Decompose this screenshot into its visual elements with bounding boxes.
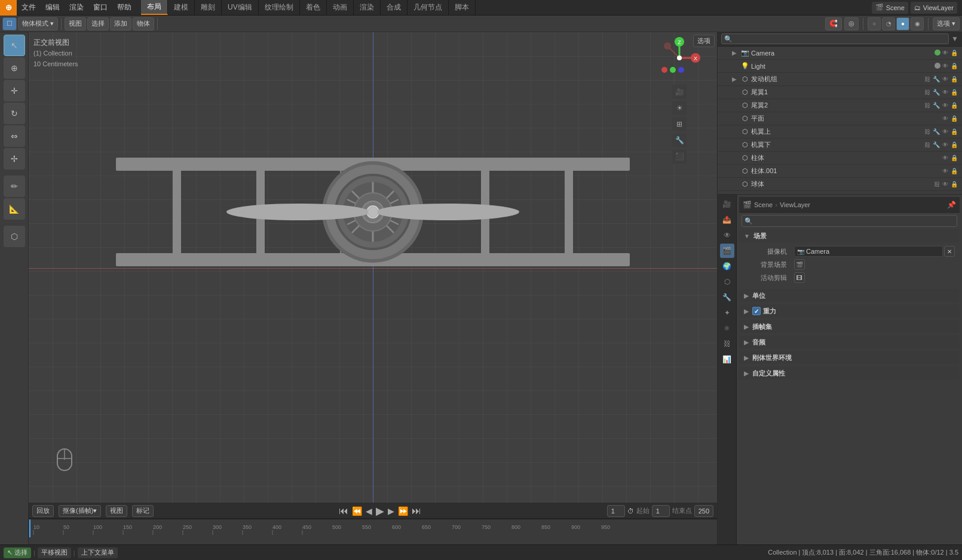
scene-selector[interactable]: 🎬 Scene xyxy=(872,2,908,14)
tool-rotate[interactable]: ↻ xyxy=(4,103,25,124)
viewlayer-selector[interactable]: 🗂 ViewLayer xyxy=(911,2,957,14)
tail2-lock[interactable]: 🔒 xyxy=(950,102,958,109)
wing-bottom-arrow[interactable]: ▶ xyxy=(732,141,739,148)
prop-interp-header[interactable]: ▶ 插帧集 xyxy=(739,320,960,333)
go-start-btn[interactable]: ⏮ xyxy=(339,506,348,516)
engine-expand-arrow[interactable]: ▶ xyxy=(732,76,739,82)
prop-data-icon[interactable]: 📊 xyxy=(720,352,734,367)
prev-keyframe-btn[interactable]: ◀ xyxy=(366,506,372,516)
prop-gravity-header[interactable]: ▶ ✓ 重力 xyxy=(739,304,960,318)
mode-badge[interactable]: ↖ 选择 xyxy=(4,547,31,558)
prev-frame-btn[interactable]: ⏪ xyxy=(352,506,362,516)
active-clip-icon-btn[interactable]: 🎞 xyxy=(794,272,805,283)
frame-start-field[interactable]: 1 xyxy=(652,505,670,517)
plane-lock[interactable]: 🔒 xyxy=(950,115,958,122)
sphere-visibility[interactable]: 👁 xyxy=(942,181,949,187)
outliner-search-input[interactable] xyxy=(721,33,949,44)
wing-top-arrow[interactable]: ▶ xyxy=(732,128,739,135)
snap-btn[interactable]: 🧲 xyxy=(825,17,842,30)
plane-expand-arrow[interactable]: ▶ xyxy=(732,115,739,122)
menu-render[interactable]: 渲染 xyxy=(65,0,88,15)
prop-scene-breadcrumb[interactable]: Scene xyxy=(754,201,773,208)
outliner-row-cylinder001[interactable]: ▶ ⬡ 柱体.001 👁 🔒 xyxy=(718,165,962,178)
prop-scene-icon[interactable]: 🎬 xyxy=(720,244,734,258)
prop-units-header[interactable]: ▶ 单位 xyxy=(739,289,960,302)
tool-move[interactable]: ✛ xyxy=(4,80,25,101)
timeline-view-btn[interactable]: 视图 xyxy=(106,505,127,517)
cylinder-visibility[interactable]: 👁 xyxy=(942,155,949,161)
wing-top-visibility[interactable]: 👁 xyxy=(942,128,949,135)
outliner-row-wing-top[interactable]: ▶ ⬡ 机翼上 ⛓ 🔧 👁 🔒 xyxy=(718,125,962,139)
tab-scripting[interactable]: 脚本 xyxy=(449,0,476,15)
prop-physics-icon[interactable]: ⚛ xyxy=(720,321,734,336)
proportional-btn[interactable]: ◎ xyxy=(844,17,859,30)
sphere-arrow[interactable]: ▶ xyxy=(732,181,739,187)
menu-file[interactable]: 文件 xyxy=(17,0,41,15)
prop-object-icon[interactable]: ⬡ xyxy=(720,275,734,289)
tab-sculpt[interactable]: 雕刻 xyxy=(195,0,222,15)
timeline-ruler[interactable]: 10 50 100 150 200 250 300 350 400 450 50… xyxy=(29,519,717,544)
engine-visibility[interactable]: 👁 xyxy=(942,76,949,82)
play-btn[interactable]: ▶ xyxy=(376,504,384,518)
tab-shading[interactable]: 着色 xyxy=(300,0,327,15)
tail1-modifier[interactable]: 🔧 xyxy=(932,89,940,96)
add-menu-btn[interactable]: 添加 xyxy=(110,17,131,30)
timeline-marker-btn[interactable]: 标记 xyxy=(132,505,154,517)
tab-modeling[interactable]: 建模 xyxy=(168,0,195,15)
wing-bottom-lock[interactable]: 🔒 xyxy=(950,141,958,148)
prop-view-icon[interactable]: 👁 xyxy=(720,228,734,242)
shading-solid-btn[interactable]: ○ xyxy=(868,17,881,30)
next-frame-btn[interactable]: ⏩ xyxy=(398,506,408,516)
tool-annotate[interactable]: ✏ xyxy=(4,176,25,197)
tab-render[interactable]: 渲染 xyxy=(354,0,381,15)
tool-transform[interactable]: ✢ xyxy=(4,148,25,170)
next-keyframe-btn[interactable]: ▶ xyxy=(388,506,394,516)
cylinder001-arrow[interactable]: ▶ xyxy=(732,168,739,174)
light-visibility[interactable]: 👁 xyxy=(942,63,949,69)
cylinder001-lock[interactable]: 🔒 xyxy=(950,168,958,174)
tool-select[interactable]: ↖ xyxy=(4,35,25,56)
select-menu-btn[interactable]: 选择 xyxy=(87,17,109,30)
tail1-expand-arrow[interactable]: ▶ xyxy=(732,89,739,96)
cylinder-lock[interactable]: 🔒 xyxy=(950,155,958,161)
vp-camera-btn[interactable]: 🎥 xyxy=(672,85,687,99)
vp-gizmo-btn[interactable]: 🔧 xyxy=(672,133,687,147)
outliner-row-wing-bottom[interactable]: ▶ ⬡ 机翼下 ⛓ 🔧 👁 🔒 xyxy=(718,139,962,152)
sphere-lock[interactable]: 🔒 xyxy=(950,181,958,187)
engine-lock[interactable]: 🔒 xyxy=(950,76,958,82)
prop-audio-header[interactable]: ▶ 音频 xyxy=(739,336,960,349)
shading-rendered-btn[interactable]: ● xyxy=(896,17,909,30)
vp-overlay-btn[interactable]: ⊞ xyxy=(672,117,687,131)
bg-scene-icon-btn[interactable]: 🎬 xyxy=(794,259,805,270)
prop-viewlayer-breadcrumb[interactable]: ViewLayer xyxy=(780,201,810,208)
outliner-row-engine[interactable]: ▶ ⬡ 发动机组 ⛓ 🔧 👁 🔒 xyxy=(718,73,962,86)
options-dropdown[interactable]: 选项 ▾ xyxy=(933,17,960,30)
wing-top-modifier[interactable]: 🔧 xyxy=(932,128,940,135)
camera-active-dot[interactable] xyxy=(935,50,940,56)
tool-measure[interactable]: 📐 xyxy=(4,198,25,220)
wing-bottom-modifier[interactable]: 🔧 xyxy=(932,141,940,148)
menu-edit[interactable]: 编辑 xyxy=(41,0,65,15)
outliner-row-tail2[interactable]: ▶ ⬡ 尾翼2 ⛓ 🔧 👁 🔒 xyxy=(718,99,962,112)
tail2-modifier[interactable]: 🔧 xyxy=(932,102,940,109)
viewport-options-btn[interactable]: 选项 xyxy=(693,35,715,47)
tab-uv[interactable]: UV编辑 xyxy=(222,0,259,15)
nav-mode-badge[interactable]: 平移视图 xyxy=(38,547,71,558)
interpolation-btn[interactable]: 抠像(插帧) ▾ xyxy=(59,505,101,517)
playback-btn[interactable]: 回放 xyxy=(32,505,54,517)
tab-geometry-nodes[interactable]: 几何节点 xyxy=(408,0,449,15)
prop-search-input[interactable] xyxy=(742,215,957,227)
prop-constraints-icon[interactable]: ⛓ xyxy=(720,337,734,351)
view-menu-btn[interactable]: 视图 xyxy=(65,17,86,30)
cylinder001-visibility[interactable]: 👁 xyxy=(942,168,949,174)
object-menu-btn[interactable]: 物体 xyxy=(133,17,154,30)
tail1-visibility[interactable]: 👁 xyxy=(942,89,949,96)
shading-eevee-btn[interactable]: ◉ xyxy=(911,17,924,30)
light-lock[interactable]: 🔒 xyxy=(950,63,958,69)
menu-window[interactable]: 窗口 xyxy=(88,0,112,15)
tail1-lock[interactable]: 🔒 xyxy=(950,89,958,96)
outliner-row-light[interactable]: ▶ 💡 Light 👁 🔒 xyxy=(718,60,962,73)
shading-matcap-btn[interactable]: ◔ xyxy=(882,17,895,30)
engine-modifier-icon[interactable]: 🔧 xyxy=(932,76,940,82)
outliner-row-cylinder[interactable]: ▶ ⬡ 柱体 👁 🔒 xyxy=(718,152,962,165)
